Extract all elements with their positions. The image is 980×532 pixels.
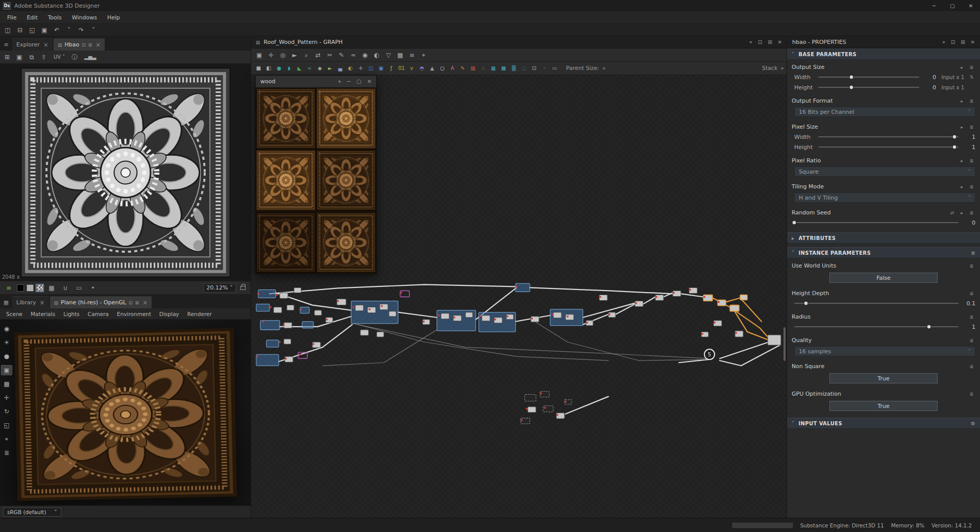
gpu-optimization-toggle[interactable]: True xyxy=(829,401,938,411)
panel-menu-icon[interactable]: ≡ xyxy=(1,38,11,51)
stats-icon[interactable]: ≣ xyxy=(1,448,12,458)
background-black-swatch[interactable] xyxy=(17,284,24,292)
shuffle-icon[interactable]: ⇄ xyxy=(948,210,956,215)
undo-history-icon[interactable]: ˅ xyxy=(63,25,75,35)
row-menu-icon[interactable]: ≣ xyxy=(968,125,975,130)
menu-tools[interactable]: Tools xyxy=(43,14,67,21)
split-vertical-icon[interactable]: ⊟ xyxy=(14,25,26,35)
collapse-icon[interactable]: ˅ xyxy=(792,52,794,57)
blend-node-icon[interactable]: ◧ xyxy=(264,63,274,74)
view3d-menu-renderer[interactable]: Renderer xyxy=(183,311,216,317)
minimize-button[interactable]: ─ xyxy=(925,0,943,11)
height-slider[interactable] xyxy=(818,87,919,88)
graph-node[interactable] xyxy=(274,307,282,313)
float-panel-icon[interactable]: ⊡ xyxy=(758,39,762,45)
pixel-height-slider[interactable] xyxy=(818,147,959,148)
display-filter-icon[interactable]: ◉ xyxy=(359,50,371,60)
material-mode-icon[interactable]: ◐ xyxy=(371,50,382,60)
pin-nodes-icon[interactable]: ⌖ xyxy=(418,50,429,60)
sharpen-node-icon[interactable]: ◆ xyxy=(315,63,325,74)
normal-map-node-icon[interactable]: ◓ xyxy=(417,63,427,74)
collapse-icon[interactable]: ˅ xyxy=(792,421,794,426)
camera-icon[interactable]: ◉ xyxy=(1,324,12,334)
expose-icon[interactable]: ▸ xyxy=(958,158,966,163)
close-tab-icon[interactable]: × xyxy=(95,41,101,49)
float-panel-icon[interactable]: ⊡ xyxy=(82,42,86,47)
snap-grid-icon[interactable]: ▦ xyxy=(395,50,406,60)
svg-node-icon[interactable]: ✎ xyxy=(458,63,468,74)
shape-node-icon[interactable]: ○ xyxy=(437,63,447,74)
random-seed-slider[interactable] xyxy=(794,222,959,223)
tab-hbao[interactable]: ▤ Hbao ⊡ ⊞ × xyxy=(54,38,105,51)
split-horizontal-icon[interactable]: ◫ xyxy=(2,25,13,35)
wireframe-icon[interactable]: ▦ xyxy=(1,379,12,389)
use-world-units-toggle[interactable]: False xyxy=(829,273,938,283)
graph-node[interactable] xyxy=(314,310,322,316)
row-menu-icon[interactable]: ≣ xyxy=(968,184,975,189)
pixel-width-slider[interactable] xyxy=(818,136,959,137)
tile-generator-node-icon[interactable]: ▦ xyxy=(488,63,498,74)
histogram-icon[interactable]: ▂▅▃ xyxy=(81,52,99,62)
graph-node[interactable] xyxy=(730,305,739,311)
graph-node[interactable] xyxy=(566,315,574,320)
info-icon[interactable]: ⓘ xyxy=(69,52,80,62)
lock-zoom-icon[interactable] xyxy=(240,286,246,290)
expose-icon[interactable]: ▸ xyxy=(958,210,966,215)
row-menu-icon[interactable]: ≣ xyxy=(968,315,975,320)
bitmap-node-icon[interactable]: ▨ xyxy=(468,63,478,74)
row-menu-icon[interactable]: ≣ xyxy=(968,291,975,296)
levels-node-icon[interactable]: ▄ xyxy=(335,63,345,74)
section-menu-icon[interactable]: ≣ xyxy=(971,250,975,256)
align-nodes-icon[interactable]: ≡ xyxy=(406,50,418,60)
view3d-menu-materials[interactable]: Materials xyxy=(27,311,59,317)
new-view-icon[interactable]: ⊞ xyxy=(2,52,13,62)
collapse-icon[interactable]: ▸ xyxy=(792,235,794,241)
close-window-icon[interactable]: ✕ xyxy=(368,79,372,85)
graph-node[interactable] xyxy=(441,313,449,319)
height-depth-slider[interactable] xyxy=(794,303,959,304)
width-slider[interactable] xyxy=(818,77,919,78)
row-menu-icon[interactable]: ≣ xyxy=(968,338,975,343)
graph-node[interactable] xyxy=(768,335,781,345)
scale-icon[interactable]: ◱ xyxy=(1,420,12,430)
graph-scrollbar[interactable] xyxy=(783,327,786,361)
view3d-menu-environment[interactable]: Environment xyxy=(113,311,155,317)
translate-icon[interactable]: ✛ xyxy=(1,393,12,403)
row-menu-icon[interactable]: ≣ xyxy=(968,99,975,104)
graph-node[interactable] xyxy=(294,287,301,293)
graph-node[interactable] xyxy=(256,354,279,366)
graph-node[interactable] xyxy=(525,395,536,401)
graph-node[interactable] xyxy=(284,323,292,328)
background-gray-swatch[interactable] xyxy=(27,284,34,292)
pin-window-icon[interactable]: ⌖ xyxy=(338,79,341,85)
blur-node-icon[interactable]: ● xyxy=(274,63,284,74)
wood-texture-window[interactable]: wood ⌖ ─ ▢ ✕ xyxy=(255,75,377,274)
graph-node[interactable] xyxy=(543,406,553,412)
tab-explorer[interactable]: Explorer × xyxy=(12,38,53,51)
save-all-icon[interactable]: ▣ xyxy=(39,25,50,35)
tab-library[interactable]: Library × xyxy=(12,296,49,308)
maximize-panel-icon[interactable]: ⊞ xyxy=(768,39,772,45)
graph-node[interactable] xyxy=(703,295,713,301)
undo-icon[interactable]: ↶ xyxy=(51,25,62,35)
float-panel-icon[interactable]: ⊡ xyxy=(951,39,955,45)
zoom-dropdown-caret-icon[interactable]: ˅ xyxy=(230,284,233,291)
collapse-icon[interactable]: ˅ xyxy=(792,250,794,256)
section-instance-parameters[interactable]: ˅ INSTANCE PARAMETERS ≣ xyxy=(787,247,980,258)
export-icon[interactable]: ⇧ xyxy=(38,52,50,62)
fx-map-node-icon[interactable]: ƒ xyxy=(386,63,396,74)
hsl-node-icon[interactable]: ◐ xyxy=(346,63,355,74)
graph-node[interactable] xyxy=(360,330,369,335)
view3d-viewport[interactable]: ◉☀●▣▦✛↻◱⌖≣ xyxy=(0,320,251,505)
row-menu-icon[interactable]: ≣ xyxy=(968,392,975,397)
minimize-window-icon[interactable]: ─ xyxy=(347,79,350,85)
redo-icon[interactable]: ↷ xyxy=(76,25,87,35)
snap-magnet-icon[interactable]: ∪ xyxy=(60,283,71,293)
rotate-icon[interactable]: ↻ xyxy=(1,406,12,417)
menu-edit[interactable]: Edit xyxy=(21,14,42,21)
expose-icon[interactable]: ▸ xyxy=(958,65,966,70)
view3d-menu-camera[interactable]: Camera xyxy=(84,311,113,317)
open-package-icon[interactable]: ◱ xyxy=(27,25,38,35)
organic-links-icon[interactable]: ≈ xyxy=(348,50,359,60)
close-tab-icon[interactable]: × xyxy=(39,299,44,306)
